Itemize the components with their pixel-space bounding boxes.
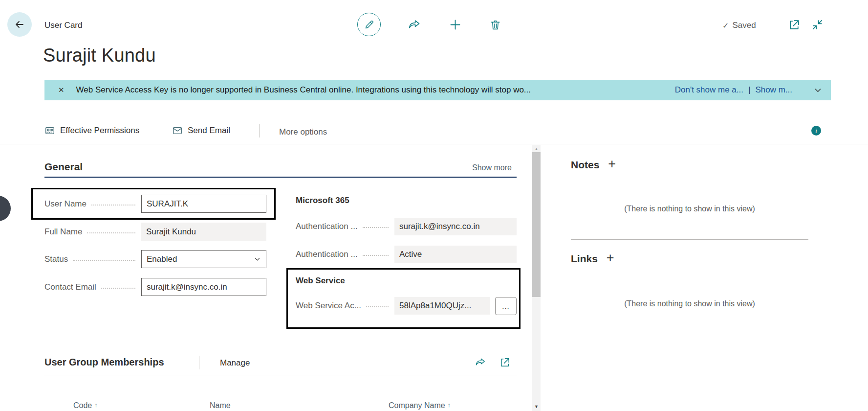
- links-empty-message: (There is nothing to show in this view): [571, 299, 808, 308]
- field-row-contact-email: Contact Email: [44, 278, 266, 296]
- send-email-label: Send Email: [188, 126, 230, 136]
- more-options-action[interactable]: More options: [279, 127, 327, 137]
- banner-close-icon[interactable]: ✕: [58, 86, 65, 94]
- dotted-leader: [363, 227, 389, 228]
- command-bar-divider: [0, 144, 868, 144]
- collapse-button[interactable]: [811, 19, 824, 31]
- code-column-label: Code: [73, 401, 92, 410]
- memberships-title: User Group Memberships: [44, 357, 164, 368]
- column-header-company-name[interactable]: Company Name ↑: [389, 401, 451, 410]
- email-icon: [172, 125, 183, 136]
- dotted-leader: [91, 205, 135, 206]
- name-column-label: Name: [210, 401, 231, 410]
- company-name-column-label: Company Name: [389, 401, 445, 410]
- microsoft-365-subtitle: Microsoft 365: [296, 196, 349, 206]
- web-service-access-key-value: 58lAp8a1M0QUjz...: [394, 297, 490, 315]
- plus-icon: [449, 18, 462, 31]
- effective-permissions-action[interactable]: Effective Permissions: [44, 125, 139, 136]
- delete-button[interactable]: [489, 18, 501, 31]
- web-service-access-key-label: Web Service Ac...: [296, 301, 361, 311]
- dotted-leader: [101, 288, 135, 289]
- effective-permissions-label: Effective Permissions: [60, 126, 139, 136]
- memberships-share-button[interactable]: [475, 357, 486, 368]
- banner-show-more-link[interactable]: Show m...: [755, 85, 792, 95]
- manage-action[interactable]: Manage: [220, 358, 250, 368]
- action-bar-divider: [259, 124, 260, 137]
- column-header-code[interactable]: Code ↑: [73, 401, 98, 410]
- links-title: Links: [571, 253, 598, 265]
- save-status: ✓ Saved: [722, 21, 756, 30]
- web-service-subtitle: Web Service: [296, 276, 345, 286]
- main-scrollbar[interactable]: ▲ ▼: [532, 145, 541, 411]
- dotted-leader: [73, 260, 135, 261]
- status-selected-value: Enabled: [147, 254, 177, 264]
- notes-empty-message: (There is nothing to show in this view): [571, 205, 808, 213]
- memberships-popout-button[interactable]: [499, 357, 511, 368]
- open-in-new-window-icon: [788, 19, 801, 31]
- field-row-web-service-access-key: Web Service Ac... 58lAp8a1M0QUjz... ...: [296, 297, 517, 315]
- general-section-title: General: [44, 161, 83, 173]
- field-row-authentication-email: Authentication ... surajit.k@insync.co.i…: [296, 218, 517, 235]
- general-section-underline: [44, 177, 517, 178]
- authentication-status-label: Authentication ...: [296, 250, 358, 259]
- field-row-authentication-status: Authentication ... Active: [296, 246, 517, 263]
- scroll-up-arrow[interactable]: ▲: [532, 147, 541, 151]
- factbox-divider: [571, 239, 808, 240]
- pencil-icon: [364, 20, 374, 30]
- chevron-down-icon: [254, 255, 261, 263]
- field-row-user-name: User Name: [44, 195, 266, 213]
- share-button[interactable]: [408, 18, 421, 31]
- scroll-down-arrow[interactable]: ▼: [532, 404, 541, 409]
- page-type-label: User Card: [44, 21, 82, 30]
- banner-message: Web Service Access Key is no longer supp…: [76, 85, 675, 95]
- open-in-new-window-icon: [499, 357, 511, 368]
- collapse-arrows-icon: [811, 19, 824, 31]
- links-add-button[interactable]: +: [607, 251, 614, 265]
- info-icon: i: [815, 127, 817, 135]
- status-select[interactable]: Enabled: [141, 250, 266, 268]
- user-card-screen: User Card ✓ Saved: [0, 0, 868, 411]
- notification-banner: ✕ Web Service Access Key is no longer su…: [44, 80, 831, 100]
- show-more-link[interactable]: Show more: [472, 163, 512, 172]
- info-button[interactable]: i: [811, 126, 821, 136]
- send-email-action[interactable]: Send Email: [172, 125, 230, 136]
- permissions-card-icon: [44, 125, 55, 136]
- sort-ascending-icon: ↑: [448, 401, 451, 410]
- trash-icon: [489, 18, 501, 31]
- sort-ascending-icon: ↑: [94, 401, 98, 410]
- links-header: Links +: [571, 253, 614, 265]
- page-title: Surajit Kundu: [43, 45, 156, 66]
- status-label: Status: [44, 254, 68, 264]
- memberships-underline: [44, 375, 517, 375]
- notes-add-button[interactable]: +: [608, 158, 616, 171]
- save-status-label: Saved: [732, 21, 756, 30]
- banner-dont-show-link[interactable]: Don't show me a...: [675, 85, 743, 95]
- assist-edit-button[interactable]: ...: [495, 297, 517, 315]
- banner-chevron-down-icon[interactable]: [814, 86, 822, 94]
- notes-title: Notes: [571, 159, 599, 171]
- check-icon: ✓: [722, 21, 729, 30]
- scrollbar-thumb[interactable]: [532, 152, 541, 297]
- dotted-leader: [366, 306, 389, 307]
- side-panel-handle[interactable]: [0, 196, 11, 221]
- column-header-name[interactable]: Name: [210, 401, 231, 410]
- notes-header: Notes +: [571, 159, 616, 171]
- field-row-full-name: Full Name Surajit Kundu: [44, 223, 266, 241]
- full-name-value: Surajit Kundu: [141, 223, 266, 241]
- top-toolbar: [357, 13, 501, 36]
- contact-email-label: Contact Email: [44, 282, 96, 292]
- edit-button[interactable]: [357, 13, 381, 36]
- share-icon: [475, 357, 486, 368]
- dotted-leader: [87, 232, 135, 233]
- user-name-input[interactable]: [141, 195, 266, 213]
- field-row-status: Status Enabled: [44, 250, 266, 268]
- user-name-label: User Name: [44, 199, 87, 209]
- contact-email-input[interactable]: [141, 278, 266, 296]
- authentication-status-value: Active: [394, 246, 517, 263]
- memberships-header-divider: [199, 356, 199, 369]
- popout-button[interactable]: [788, 19, 801, 31]
- share-icon: [408, 18, 421, 31]
- new-button[interactable]: [449, 18, 462, 31]
- back-button[interactable]: [7, 12, 32, 37]
- dotted-leader: [363, 255, 389, 256]
